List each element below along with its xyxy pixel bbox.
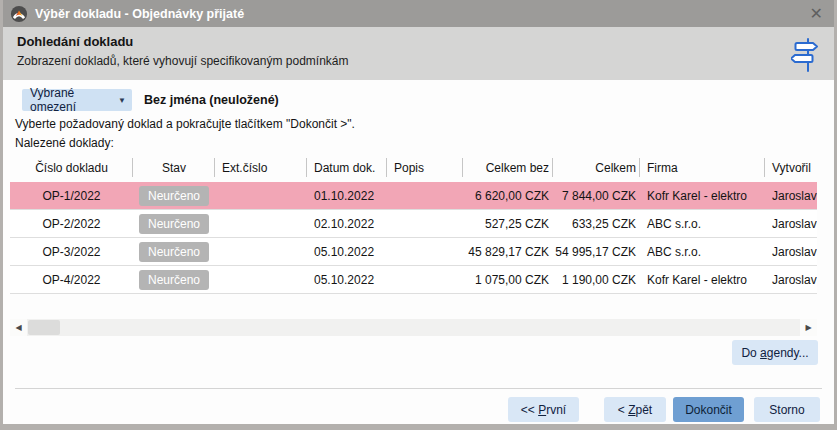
cell-celkem-bez: 6 620,00 CZK bbox=[463, 182, 553, 209]
results-label: Nalezené doklady: bbox=[15, 136, 114, 150]
cell-ext bbox=[215, 238, 307, 265]
cell-cislo: OP-4/2022 bbox=[10, 266, 133, 293]
status-badge: Neurčeno bbox=[139, 242, 209, 262]
page-subtitle: Zobrazení dokladů, které vyhovují specif… bbox=[17, 54, 823, 68]
wizard-header: Dohledání dokladu Zobrazení dokladů, kte… bbox=[0, 27, 837, 80]
cell-stav: Neurčeno bbox=[133, 210, 215, 237]
cell-celkem-bez: 527,25 CZK bbox=[463, 210, 553, 237]
column-header-firma[interactable]: Firma bbox=[640, 153, 765, 182]
cell-vytvoril: Jaroslav bbox=[765, 210, 817, 237]
cell-stav: Neurčeno bbox=[133, 238, 215, 265]
cell-firma: Kofr Karel - elektro bbox=[640, 266, 765, 293]
cell-celkem: 7 844,00 CZK bbox=[553, 182, 640, 209]
footer-divider bbox=[15, 388, 822, 389]
table-row[interactable]: OP-2/2022 Neurčeno 02.10.2022 527,25 CZK… bbox=[10, 210, 817, 238]
signpost-icon bbox=[791, 38, 821, 75]
cell-popis bbox=[387, 266, 463, 293]
instruction-text: Vyberte požadovaný doklad a pokračujte t… bbox=[15, 117, 355, 131]
cell-vytvoril: Jaroslav bbox=[765, 182, 817, 209]
window-title: Výběr dokladu - Objednávky přijaté bbox=[35, 7, 806, 21]
column-header-vytvoril[interactable]: Vytvořil bbox=[765, 153, 817, 182]
restriction-name: Bez jména (neuložené) bbox=[144, 89, 279, 111]
documents-table: Číslo dokladu Stav Ext.číslo Datum dok. … bbox=[10, 153, 817, 294]
to-agenda-button[interactable]: Do agendy... bbox=[732, 340, 818, 365]
cell-celkem: 1 190,00 CZK bbox=[553, 266, 640, 293]
cell-cislo: OP-1/2022 bbox=[10, 182, 133, 209]
cell-datum: 05.10.2022 bbox=[307, 238, 387, 265]
chevron-down-icon: ▼ bbox=[118, 96, 126, 105]
cell-datum: 02.10.2022 bbox=[307, 210, 387, 237]
document-selection-dialog: Výběr dokladu - Objednávky přijaté ✕ Doh… bbox=[0, 0, 837, 430]
column-header-celkem-bez[interactable]: Celkem bez bbox=[463, 153, 553, 182]
table-row[interactable]: OP-1/2022 Neurčeno 01.10.2022 6 620,00 C… bbox=[10, 182, 817, 210]
scroll-left-icon[interactable]: ◀ bbox=[10, 319, 27, 336]
cell-ext bbox=[215, 210, 307, 237]
column-header-celkem[interactable]: Celkem bbox=[553, 153, 640, 182]
cell-cislo: OP-3/2022 bbox=[10, 238, 133, 265]
cell-stav: Neurčeno bbox=[133, 266, 215, 293]
cell-firma: Kofr Karel - elektro bbox=[640, 182, 765, 209]
close-icon[interactable]: ✕ bbox=[806, 6, 827, 22]
restriction-dropdown-label: Vybrané omezení bbox=[30, 86, 118, 114]
pohoda-logo-icon bbox=[10, 5, 28, 23]
cancel-button[interactable]: Storno bbox=[754, 397, 820, 422]
status-badge: Neurčeno bbox=[139, 270, 209, 290]
cell-popis bbox=[387, 182, 463, 209]
column-header-datum[interactable]: Datum dok. bbox=[307, 153, 387, 182]
cell-firma: ABC s.r.o. bbox=[640, 238, 765, 265]
table-header-row: Číslo dokladu Stav Ext.číslo Datum dok. … bbox=[10, 153, 817, 182]
table-row[interactable]: OP-4/2022 Neurčeno 05.10.2022 1 075,00 C… bbox=[10, 266, 817, 294]
cell-celkem: 54 995,17 CZK bbox=[553, 238, 640, 265]
page-title: Dohledání dokladu bbox=[17, 34, 823, 49]
cell-vytvoril: Jaroslav bbox=[765, 238, 817, 265]
cell-celkem-bez: 1 075,00 CZK bbox=[463, 266, 553, 293]
horizontal-scrollbar[interactable]: ◀ ▶ bbox=[10, 319, 817, 336]
cell-datum: 05.10.2022 bbox=[307, 266, 387, 293]
scroll-right-icon[interactable]: ▶ bbox=[800, 319, 817, 336]
cell-popis bbox=[387, 210, 463, 237]
cell-ext bbox=[215, 182, 307, 209]
table-row[interactable]: OP-3/2022 Neurčeno 05.10.2022 45 829,17 … bbox=[10, 238, 817, 266]
column-header-ext[interactable]: Ext.číslo bbox=[215, 153, 307, 182]
scrollbar-track[interactable] bbox=[27, 319, 800, 336]
cell-stav: Neurčeno bbox=[133, 182, 215, 209]
finish-button[interactable]: Dokončit bbox=[673, 397, 744, 422]
cell-firma: ABC s.r.o. bbox=[640, 210, 765, 237]
cell-cislo: OP-2/2022 bbox=[10, 210, 133, 237]
cell-celkem: 633,25 CZK bbox=[553, 210, 640, 237]
scrollbar-thumb[interactable] bbox=[28, 320, 60, 335]
cell-popis bbox=[387, 238, 463, 265]
cell-vytvoril: Jaroslav bbox=[765, 266, 817, 293]
status-badge: Neurčeno bbox=[139, 186, 209, 206]
title-bar: Výběr dokladu - Objednávky přijaté ✕ bbox=[0, 0, 837, 27]
status-badge: Neurčeno bbox=[139, 214, 209, 234]
column-header-popis[interactable]: Popis bbox=[387, 153, 463, 182]
first-button[interactable]: << První bbox=[508, 397, 579, 422]
column-header-cislo[interactable]: Číslo dokladu bbox=[10, 153, 133, 182]
restriction-dropdown[interactable]: Vybrané omezení ▼ bbox=[22, 89, 132, 111]
cell-celkem-bez: 45 829,17 CZK bbox=[463, 238, 553, 265]
back-button[interactable]: < Zpět bbox=[604, 397, 666, 422]
column-header-stav[interactable]: Stav bbox=[133, 153, 215, 182]
cell-ext bbox=[215, 266, 307, 293]
footer-buttons: << První < Zpět Dokončit Storno bbox=[508, 397, 820, 422]
cell-datum: 01.10.2022 bbox=[307, 182, 387, 209]
